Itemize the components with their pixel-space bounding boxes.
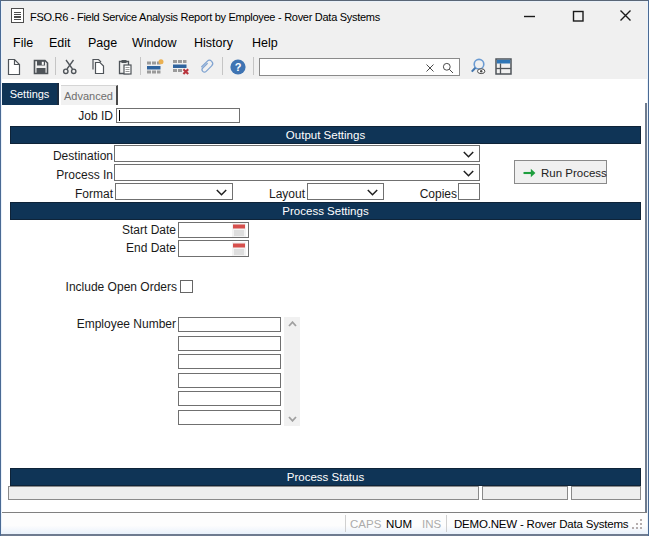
- svg-text:?: ?: [235, 61, 242, 73]
